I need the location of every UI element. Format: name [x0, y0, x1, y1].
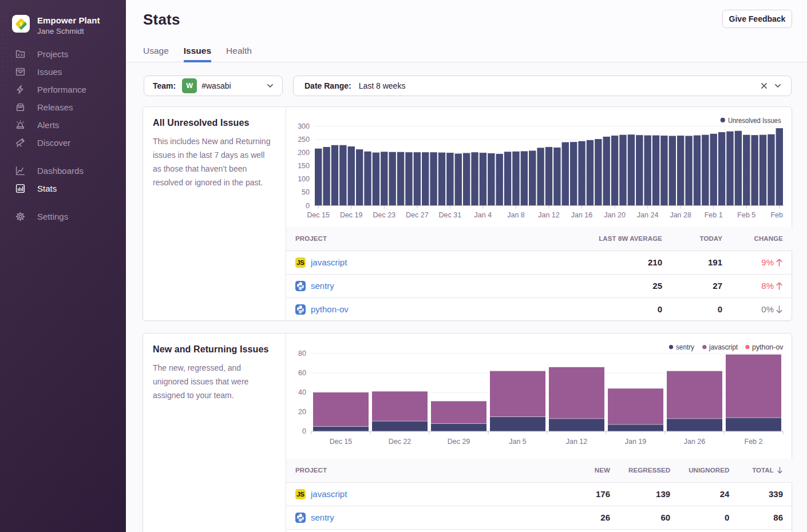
svg-text:Jan 8: Jan 8	[507, 211, 525, 219]
svg-text:python-ov: python-ov	[752, 343, 784, 351]
svg-text:60: 60	[298, 369, 306, 377]
svg-text:Jan 4: Jan 4	[474, 211, 492, 219]
svg-text:100: 100	[298, 175, 310, 183]
svg-text:Dec 29: Dec 29	[448, 438, 470, 446]
svg-text:Dec 22: Dec 22	[389, 438, 412, 446]
svg-text:Unresolved Issues: Unresolved Issues	[728, 117, 781, 125]
svg-text:40: 40	[298, 388, 306, 396]
svg-text:Feb: Feb	[770, 211, 783, 219]
svg-text:Jan 12: Jan 12	[538, 211, 560, 219]
svg-text:Jan 20: Jan 20	[604, 211, 626, 219]
svg-text:Jan 26: Jan 26	[684, 438, 706, 446]
svg-text:300: 300	[298, 122, 310, 130]
svg-text:20: 20	[298, 408, 306, 416]
svg-text:Dec 23: Dec 23	[373, 211, 395, 219]
svg-text:80: 80	[298, 350, 306, 358]
svg-text:250: 250	[298, 136, 310, 144]
svg-text:javascript: javascript	[709, 343, 738, 351]
svg-text:0: 0	[302, 427, 306, 435]
svg-text:Dec 31: Dec 31	[439, 211, 462, 219]
svg-text:Jan 12: Jan 12	[566, 438, 588, 446]
svg-text:Dec 15: Dec 15	[307, 211, 330, 219]
svg-text:200: 200	[298, 149, 310, 157]
svg-text:50: 50	[302, 188, 310, 196]
svg-text:Jan 16: Jan 16	[571, 211, 593, 219]
svg-text:Jan 5: Jan 5	[509, 438, 527, 446]
svg-text:Feb 2: Feb 2	[745, 438, 763, 446]
svg-text:Jan 24: Jan 24	[637, 211, 659, 219]
svg-text:Feb 1: Feb 1	[705, 211, 723, 219]
svg-text:150: 150	[298, 162, 310, 170]
svg-text:Dec 15: Dec 15	[330, 438, 353, 446]
svg-text:Dec 19: Dec 19	[340, 211, 363, 219]
svg-text:Feb 5: Feb 5	[737, 211, 755, 219]
svg-text:Dec 27: Dec 27	[406, 211, 429, 219]
svg-text:sentry: sentry	[676, 343, 695, 351]
svg-text:Jan 28: Jan 28	[670, 211, 691, 219]
svg-text:Jan 19: Jan 19	[625, 438, 647, 446]
svg-text:0: 0	[306, 202, 310, 210]
